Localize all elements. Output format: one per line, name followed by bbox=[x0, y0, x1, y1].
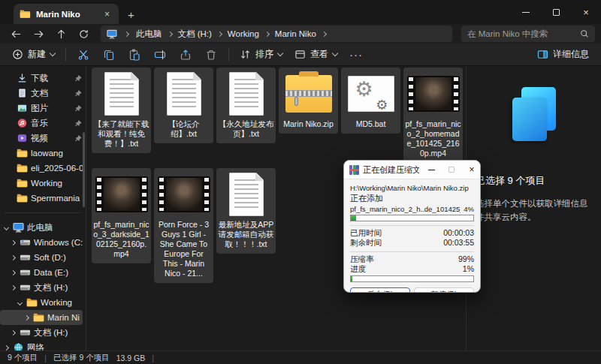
maximize-button[interactable] bbox=[541, 0, 571, 24]
sidebar-item[interactable]: Working bbox=[0, 295, 86, 310]
file-tile[interactable]: Porn Force - 3 Guys 1 Girl - She Came To… bbox=[154, 168, 213, 283]
breadcrumb[interactable]: 此电脑文档 (H:)WorkingMarin Niko bbox=[101, 26, 452, 42]
multi-selection-icon bbox=[511, 87, 557, 141]
chevron-right-icon[interactable] bbox=[11, 239, 16, 245]
chevron-right-icon[interactable] bbox=[24, 314, 29, 320]
current-file-percent: 4% bbox=[464, 205, 474, 213]
stat-row: 剩余时间00:03:55 bbox=[350, 238, 474, 248]
chevron-right-icon[interactable] bbox=[11, 269, 16, 275]
sidebar-item[interactable]: Data (E:) bbox=[0, 265, 86, 280]
file-name: 【论坛介绍】.txt bbox=[156, 119, 212, 139]
breadcrumb-item[interactable]: Working bbox=[224, 29, 263, 39]
background-button[interactable]: 后台(B) bbox=[350, 287, 410, 293]
sidebar-item[interactable]: 音乐 bbox=[0, 116, 86, 131]
breadcrumb-item[interactable]: 此电脑 bbox=[132, 28, 166, 41]
details-label: 详细信息 bbox=[553, 48, 589, 61]
file-name: MD5.bat bbox=[343, 119, 399, 129]
folder-icon bbox=[17, 163, 28, 173]
pause-button[interactable]: 暂停(P) bbox=[414, 287, 474, 293]
chevron-down-icon bbox=[332, 50, 338, 56]
this-pc-icon bbox=[107, 29, 118, 39]
file-tile[interactable]: 最新地址及APP请发邮箱自动获取！！！.txt bbox=[216, 168, 276, 254]
cut-button[interactable] bbox=[71, 46, 96, 64]
sidebar-item[interactable]: 图片 bbox=[0, 101, 86, 116]
sidebar-item-label: Working bbox=[41, 298, 83, 307]
chevron-right-icon[interactable] bbox=[11, 254, 16, 260]
tab-close-icon[interactable]: × bbox=[101, 9, 113, 20]
dialog-title-bar[interactable]: 正在创建压缩文件 Mari... × bbox=[344, 161, 480, 179]
file-tile[interactable]: pf_fs_marin_nico_3_darkside_102125_2160p… bbox=[92, 168, 151, 263]
sidebar-item[interactable]: laowang bbox=[0, 146, 86, 161]
search-icon bbox=[580, 29, 589, 38]
stat-value: 99% bbox=[458, 254, 474, 264]
sidebar-item-label: Marin Niko bbox=[47, 313, 80, 322]
refresh-button[interactable] bbox=[74, 26, 93, 42]
view-button[interactable]: 查看 bbox=[288, 45, 343, 64]
music-icon bbox=[17, 118, 28, 128]
explorer-tab[interactable]: Marin Niko × bbox=[14, 4, 119, 24]
breadcrumb-item[interactable]: Marin Niko bbox=[271, 29, 320, 39]
sidebar-item[interactable]: 文档 (H:) bbox=[0, 280, 86, 295]
close-button[interactable]: × bbox=[571, 0, 601, 24]
sidebar-item[interactable]: 网络 bbox=[0, 340, 86, 350]
share-button[interactable] bbox=[173, 46, 198, 64]
sidebar-item[interactable]: Soft (D:) bbox=[0, 250, 86, 265]
sidebar-item[interactable]: Spermmania bbox=[0, 191, 86, 206]
chevron-right-icon[interactable] bbox=[4, 344, 9, 350]
details-pane-toggle[interactable]: 详细信息 bbox=[531, 45, 595, 64]
sidebar-item-label: Windows (C:) bbox=[34, 238, 83, 247]
sidebar-item-label: Soft (D:) bbox=[34, 253, 83, 262]
sidebar-item[interactable]: Working bbox=[0, 176, 86, 191]
time-stats: 已用时间00:00:03剩余时间00:03:55 bbox=[350, 228, 474, 248]
sidebar-item[interactable]: eli_2025-06-03 12l bbox=[0, 161, 86, 176]
download-icon bbox=[17, 73, 28, 83]
status-bar: 9 个项目 | 已选择 9 个项目 13.9 GB | bbox=[0, 350, 601, 364]
stat-row: 已用时间00:00:03 bbox=[350, 228, 474, 238]
file-tile[interactable]: 【论坛介绍】.txt bbox=[154, 68, 213, 143]
up-button[interactable] bbox=[51, 26, 71, 42]
chevron-right-icon[interactable] bbox=[11, 284, 16, 290]
folder-icon bbox=[17, 148, 28, 158]
chevron-down-icon[interactable] bbox=[4, 224, 9, 230]
selection-hint: 选择单个文件以获取详细信息并共享云内容。 bbox=[476, 197, 592, 224]
sidebar-item[interactable]: 下载 bbox=[0, 71, 86, 86]
dialog-title: 正在创建压缩文件 Mari... bbox=[363, 164, 419, 176]
file-name: Marin Niko.zip bbox=[280, 119, 337, 129]
sidebar-item-label: 视频 bbox=[31, 133, 71, 144]
new-button[interactable]: 新建 bbox=[6, 45, 61, 64]
file-tile[interactable]: ⚙⚙MD5.bat bbox=[341, 68, 400, 134]
sidebar-item[interactable]: 视频 bbox=[0, 131, 86, 146]
paste-button[interactable] bbox=[122, 46, 147, 64]
sort-button[interactable]: 排序 bbox=[234, 45, 288, 64]
minimize-button[interactable] bbox=[511, 0, 541, 24]
rename-button[interactable] bbox=[147, 46, 173, 64]
new-tab-button[interactable]: + bbox=[128, 8, 134, 21]
forward-button[interactable] bbox=[29, 26, 48, 42]
back-button[interactable] bbox=[6, 26, 26, 42]
copy-button[interactable] bbox=[96, 46, 122, 64]
text-file-icon bbox=[229, 173, 264, 216]
file-tile[interactable]: pf_fs_marin_nico_2_homemade_101425_2160p… bbox=[403, 68, 463, 163]
dialog-close-button[interactable]: × bbox=[464, 161, 480, 179]
dialog-body: H:\Working\Marin Niko\Marin Niko.zip 正在添… bbox=[344, 179, 480, 293]
file-tile[interactable]: 【永久地址发布页】.txt bbox=[216, 68, 276, 143]
file-tile[interactable]: Marin Niko.zip bbox=[279, 68, 338, 134]
sidebar-item[interactable]: Windows (C:) bbox=[0, 235, 86, 250]
sidebar-item[interactable]: 文档 (H:) bbox=[0, 325, 86, 340]
stat-label: 进度 bbox=[350, 264, 366, 274]
address-bar: 此电脑文档 (H:)WorkingMarin Niko 在 Marin Niko… bbox=[0, 24, 601, 44]
search-input[interactable]: 在 Marin Niko 中搜索 bbox=[461, 26, 595, 42]
breadcrumb-item[interactable]: 文档 (H:) bbox=[174, 28, 216, 41]
dialog-minimize-button[interactable] bbox=[423, 161, 439, 179]
more-options-button[interactable]: ··· bbox=[343, 48, 369, 61]
sidebar-item-label: 文档 (H:) bbox=[34, 282, 83, 293]
file-tile[interactable]: 【来了就能下载和观看！纯免费！】.txt bbox=[92, 68, 151, 153]
sidebar-item[interactable]: 此电脑 bbox=[0, 220, 86, 235]
chevron-right-icon[interactable] bbox=[11, 329, 16, 335]
sidebar-item[interactable]: Marin Niko bbox=[0, 310, 83, 325]
delete-button[interactable] bbox=[198, 46, 224, 64]
sidebar-item-label: laowang bbox=[31, 149, 83, 158]
chevron-down-icon[interactable] bbox=[17, 299, 23, 305]
sidebar-scrollbar[interactable] bbox=[83, 132, 85, 207]
sidebar-item[interactable]: 文档 bbox=[0, 86, 86, 101]
